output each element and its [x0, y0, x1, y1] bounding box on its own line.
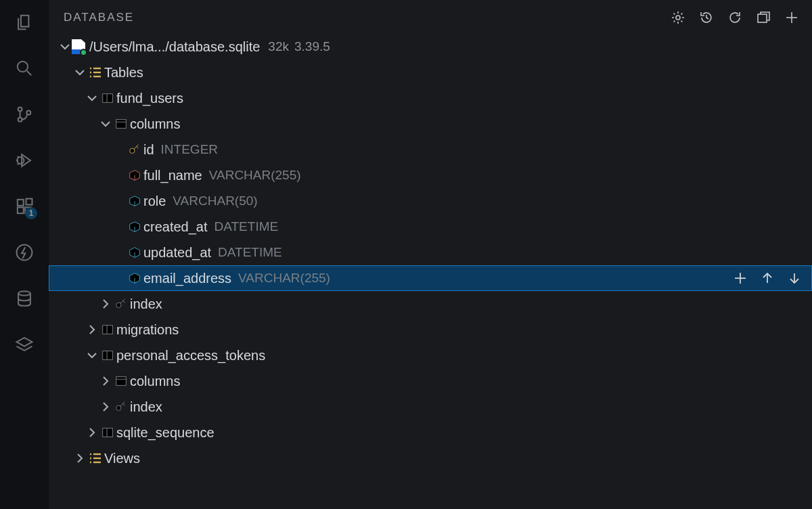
tree-columns-group[interactable]: columns — [49, 111, 812, 137]
tree-column-created_at[interactable]: created_at DATETIME — [49, 214, 812, 240]
tree-label: sqlite_sequence — [116, 425, 215, 441]
database-file-icon — [72, 39, 89, 54]
database-panel: DATABASE /Users/lma.../database.sqlite 3… — [49, 0, 812, 509]
tree-label: columns — [130, 116, 180, 132]
tree-label: index — [130, 296, 162, 312]
table-icon — [99, 426, 116, 439]
tree-label: columns — [130, 374, 180, 389]
tree-table-sqlite_sequence[interactable]: sqlite_sequence — [49, 420, 812, 445]
history-icon[interactable] — [698, 9, 715, 26]
refresh-icon[interactable] — [727, 9, 743, 26]
tree-column-updated_at[interactable]: updated_at DATETIME — [49, 240, 812, 265]
activity-run-debug[interactable] — [10, 146, 39, 175]
activity-extensions[interactable] — [10, 192, 39, 221]
column-name: created_at — [143, 219, 208, 235]
connection-path: /Users/lma.../database.sqlite — [89, 39, 260, 55]
panel-title: DATABASE — [64, 11, 134, 24]
add-column-icon[interactable] — [732, 270, 748, 286]
tree-table-migrations[interactable]: migrations — [49, 317, 812, 342]
panel-header: DATABASE — [49, 0, 812, 32]
tree-label: Views — [104, 451, 140, 466]
chevron-down-icon — [73, 66, 87, 79]
activity-explorer[interactable] — [10, 8, 39, 37]
move-up-icon[interactable] — [759, 270, 775, 286]
column-row-actions — [732, 270, 803, 286]
tree-label: fund_users — [116, 91, 183, 106]
chevron-right-icon — [85, 426, 99, 439]
add-connection-icon[interactable] — [784, 9, 800, 26]
connection-version: 3.39.5 — [294, 39, 330, 54]
column-name: email_address — [143, 271, 231, 286]
tree-column-full_name[interactable]: full_name VARCHAR(255) — [49, 162, 812, 188]
activity-search[interactable] — [10, 54, 39, 83]
column-name: role — [143, 194, 166, 209]
key-icon — [112, 400, 130, 414]
column-name: updated_at — [143, 245, 211, 261]
tree-column-id[interactable]: id INTEGER — [49, 137, 812, 162]
window-icon — [112, 117, 130, 131]
chevron-down-icon — [58, 40, 72, 53]
chevron-down-icon — [85, 91, 99, 105]
list-icon — [87, 451, 104, 466]
tree-index-group[interactable]: index — [49, 291, 812, 317]
connection-size: 32k — [268, 39, 289, 54]
activity-thunder[interactable] — [10, 238, 39, 267]
column-type: DATETIME — [215, 219, 279, 234]
table-icon — [99, 323, 116, 336]
tree-label: index — [130, 399, 162, 415]
chevron-right-icon — [99, 400, 112, 414]
cube-icon — [126, 271, 143, 285]
settings-icon[interactable] — [670, 9, 686, 26]
column-name: full_name — [143, 168, 202, 183]
tree-views[interactable]: Views — [49, 445, 812, 471]
cube-icon — [126, 246, 143, 259]
tree-label: migrations — [116, 322, 179, 338]
connection-tree: /Users/lma.../database.sqlite 32k 3.39.5… — [49, 32, 812, 471]
column-type: VARCHAR(255) — [238, 271, 330, 286]
chevron-down-icon — [85, 349, 99, 362]
activity-source-control[interactable] — [10, 100, 39, 129]
chevron-right-icon — [99, 374, 112, 388]
table-icon — [99, 91, 116, 105]
cube-icon — [126, 220, 143, 234]
cube-icon — [126, 194, 143, 208]
tree-label: personal_access_tokens — [116, 348, 265, 363]
chevron-down-icon — [99, 117, 112, 131]
column-type: VARCHAR(50) — [173, 194, 257, 208]
tree-label: Tables — [104, 65, 143, 81]
column-type: INTEGER — [161, 142, 218, 157]
tree-table-personal_access_tokens[interactable]: personal_access_tokens — [49, 342, 812, 368]
panel-actions — [670, 9, 800, 26]
tree-columns-group[interactable]: columns — [49, 368, 812, 394]
column-type: DATETIME — [218, 245, 282, 260]
tree-column-email_address[interactable]: email_address VARCHAR(255) — [49, 265, 812, 291]
column-type: VARCHAR(255) — [209, 168, 301, 183]
window-icon — [112, 374, 130, 388]
table-icon — [99, 349, 116, 362]
chevron-right-icon — [73, 451, 87, 465]
tree-table-fund_users[interactable]: fund_users — [49, 85, 812, 111]
move-down-icon[interactable] — [786, 270, 803, 286]
tree-column-role[interactable]: role VARCHAR(50) — [49, 188, 812, 214]
key-icon — [112, 297, 130, 311]
tree-index-group[interactable]: index — [49, 394, 812, 420]
cube-icon — [126, 169, 143, 182]
key-icon — [126, 143, 143, 156]
activity-layers[interactable] — [10, 330, 39, 359]
tree-connection[interactable]: /Users/lma.../database.sqlite 32k 3.39.5 — [49, 34, 812, 60]
list-icon — [87, 65, 104, 80]
activity-bar — [0, 0, 49, 509]
chevron-right-icon — [85, 323, 99, 336]
column-name: id — [143, 142, 154, 158]
tree-tables[interactable]: Tables — [49, 60, 812, 85]
new-window-icon[interactable] — [755, 9, 771, 26]
activity-database[interactable] — [10, 284, 39, 313]
chevron-right-icon — [99, 297, 112, 311]
